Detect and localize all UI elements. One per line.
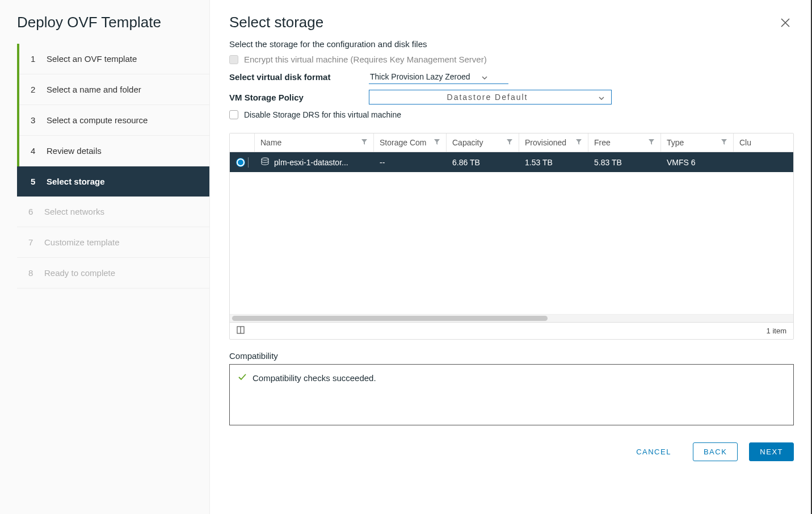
chevron-down-icon bbox=[482, 72, 487, 81]
col-label: Storage Com bbox=[380, 138, 426, 147]
grid-col-free[interactable]: Free bbox=[588, 133, 661, 152]
col-label: Clu bbox=[739, 138, 751, 147]
row-capacity: 6.86 TB bbox=[447, 153, 519, 172]
step-number: 3 bbox=[31, 115, 39, 125]
row-cluster bbox=[734, 158, 793, 167]
disable-drs-checkbox[interactable] bbox=[229, 110, 238, 119]
grid-horizontal-scrollbar[interactable] bbox=[230, 314, 793, 322]
wizard-footer: CANCEL BACK NEXT bbox=[229, 442, 794, 461]
disable-drs-label: Disable Storage DRS for this virtual mac… bbox=[244, 110, 401, 119]
step-number: 1 bbox=[31, 54, 39, 64]
svg-point-0 bbox=[262, 158, 268, 160]
filter-icon[interactable] bbox=[506, 138, 513, 147]
back-button[interactable]: BACK bbox=[693, 442, 738, 461]
col-label: Type bbox=[667, 138, 684, 147]
scrollbar-thumb[interactable] bbox=[232, 316, 548, 321]
step-number: 6 bbox=[28, 207, 36, 216]
row-divider bbox=[248, 157, 249, 168]
step-customize-template: 7 Customize template bbox=[17, 227, 209, 258]
grid-col-capacity[interactable]: Capacity bbox=[447, 133, 519, 152]
check-icon bbox=[238, 373, 247, 383]
step-label: Ready to complete bbox=[44, 268, 115, 278]
storage-policy-label: VM Storage Policy bbox=[229, 93, 363, 102]
grid-col-provisioned[interactable]: Provisioned bbox=[519, 133, 588, 152]
grid-col-name[interactable]: Name bbox=[255, 133, 374, 152]
compatibility-label: Compatibility bbox=[229, 351, 794, 361]
wizard-steps-panel: Deploy OVF Template 1 Select an OVF temp… bbox=[0, 0, 210, 514]
step-number: 8 bbox=[28, 268, 36, 278]
disk-format-select[interactable]: Thick Provision Lazy Zeroed bbox=[369, 70, 508, 84]
cancel-button[interactable]: CANCEL bbox=[626, 443, 681, 461]
step-review-details[interactable]: 4 Review details bbox=[19, 136, 209, 166]
step-list-completed: 1 Select an OVF template 2 Select a name… bbox=[17, 44, 209, 197]
step-select-storage[interactable]: 5 Select storage bbox=[17, 166, 209, 197]
step-number: 5 bbox=[31, 177, 39, 186]
step-label: Select an OVF template bbox=[47, 54, 137, 64]
grid-col-cluster[interactable]: Clu bbox=[734, 133, 793, 152]
disable-drs-row[interactable]: Disable Storage DRS for this virtual mac… bbox=[229, 110, 794, 119]
encrypt-checkbox bbox=[229, 55, 238, 64]
disk-format-value: Thick Provision Lazy Zeroed bbox=[370, 72, 470, 81]
step-compute-resource[interactable]: 3 Select a compute resource bbox=[19, 105, 209, 136]
page-subtitle: Select the storage for the configuration… bbox=[229, 39, 794, 49]
filter-icon[interactable] bbox=[721, 138, 727, 147]
step-label: Select a compute resource bbox=[47, 115, 148, 125]
grid-item-count: 1 item bbox=[767, 327, 786, 335]
step-list-pending: 6 Select networks 7 Customize template 8… bbox=[17, 197, 209, 289]
row-storage-compat: -- bbox=[374, 153, 447, 172]
next-button[interactable]: NEXT bbox=[749, 442, 794, 461]
grid-col-type[interactable]: Type bbox=[661, 133, 734, 152]
datastore-icon bbox=[260, 157, 270, 168]
row-name: plm-esxi-1-datastor... bbox=[274, 158, 348, 167]
encrypt-row: Encrypt this virtual machine (Requires K… bbox=[229, 55, 794, 64]
step-number: 7 bbox=[28, 237, 36, 247]
storage-policy-value: Datastore Default bbox=[376, 93, 599, 102]
encrypt-label: Encrypt this virtual machine (Requires K… bbox=[244, 55, 487, 64]
close-icon[interactable] bbox=[777, 14, 794, 31]
col-label: Name bbox=[260, 138, 281, 147]
row-free: 5.83 TB bbox=[588, 153, 661, 172]
page-title: Select storage bbox=[229, 14, 323, 31]
grid-header: Name Storage Com Capacity Provisioned Fr… bbox=[230, 133, 793, 152]
step-name-folder[interactable]: 2 Select a name and folder bbox=[19, 74, 209, 105]
step-label: Customize template bbox=[44, 237, 120, 247]
filter-icon[interactable] bbox=[648, 138, 655, 147]
step-number: 2 bbox=[31, 85, 39, 94]
grid-col-radio bbox=[230, 133, 255, 152]
filter-icon[interactable] bbox=[575, 138, 582, 147]
compatibility-message: Compatibility checks succeeded. bbox=[253, 373, 376, 383]
row-provisioned: 1.53 TB bbox=[519, 153, 588, 172]
step-label: Select networks bbox=[44, 207, 104, 216]
filter-icon[interactable] bbox=[434, 138, 440, 147]
step-select-ovf[interactable]: 1 Select an OVF template bbox=[19, 44, 209, 74]
content-panel: Select storage Select the storage for th… bbox=[210, 0, 812, 514]
step-ready-complete: 8 Ready to complete bbox=[17, 258, 209, 289]
col-label: Provisioned bbox=[525, 138, 566, 147]
grid-col-storage-compat[interactable]: Storage Com bbox=[374, 133, 447, 152]
disk-format-label: Select virtual disk format bbox=[229, 72, 363, 82]
filter-icon[interactable] bbox=[361, 138, 368, 147]
grid-body: plm-esxi-1-datastor... -- 6.86 TB 1.53 T… bbox=[230, 152, 793, 314]
step-label: Review details bbox=[47, 146, 102, 156]
compatibility-box: Compatibility checks succeeded. bbox=[229, 364, 794, 425]
step-label: Select a name and folder bbox=[47, 85, 141, 94]
step-number: 4 bbox=[31, 146, 39, 156]
col-label: Free bbox=[594, 138, 611, 147]
storage-policy-select[interactable]: Datastore Default bbox=[369, 90, 612, 105]
column-picker-icon[interactable] bbox=[237, 326, 245, 336]
grid-footer: 1 item bbox=[230, 322, 793, 339]
chevron-down-icon bbox=[599, 93, 604, 102]
datastore-row[interactable]: plm-esxi-1-datastor... -- 6.86 TB 1.53 T… bbox=[230, 152, 793, 172]
wizard-title: Deploy OVF Template bbox=[0, 14, 209, 44]
row-type: VMFS 6 bbox=[661, 153, 734, 172]
step-label: Select storage bbox=[47, 177, 105, 186]
datastore-grid: Name Storage Com Capacity Provisioned Fr… bbox=[229, 133, 794, 340]
row-radio-selected[interactable] bbox=[237, 158, 245, 166]
col-label: Capacity bbox=[452, 138, 483, 147]
step-select-networks: 6 Select networks bbox=[17, 197, 209, 227]
